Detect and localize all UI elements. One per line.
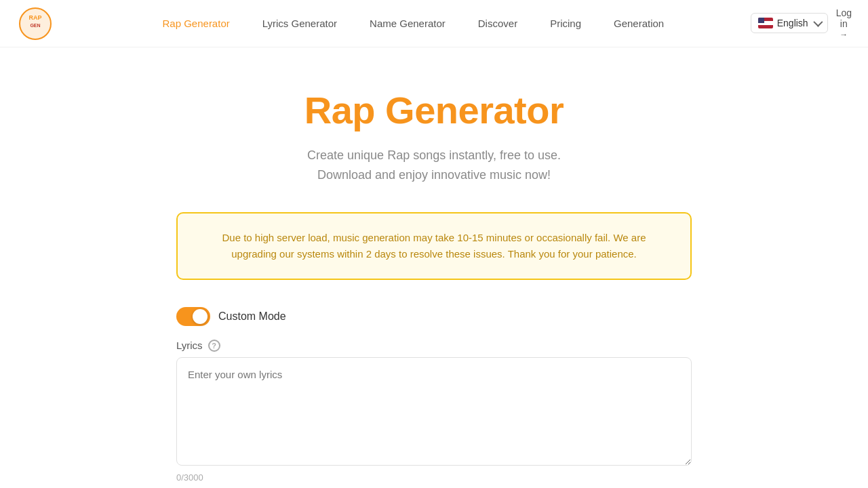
- nav-name-generator[interactable]: Name Generator: [370, 18, 446, 29]
- toggle-knob: [193, 309, 208, 324]
- nav-links: Rap Generator Lyrics Generator Name Gene…: [76, 18, 751, 29]
- lyrics-label: Lyrics: [176, 340, 203, 351]
- alert-message: Due to high server load, music generatio…: [222, 232, 646, 260]
- language-selector[interactable]: English: [751, 13, 828, 33]
- svg-text:RAP: RAP: [28, 14, 41, 21]
- login-link[interactable]: Log in →: [836, 7, 852, 40]
- svg-text:GEN: GEN: [30, 23, 40, 28]
- login-arrow: →: [840, 30, 848, 39]
- alert-box: Due to high server load, music generatio…: [176, 212, 692, 280]
- custom-mode-row: Custom Mode: [176, 307, 692, 326]
- custom-mode-toggle[interactable]: [176, 307, 210, 326]
- login-text-line2: in: [840, 18, 848, 30]
- nav-pricing[interactable]: Pricing: [550, 18, 581, 29]
- subtitle-line1: Create unique Rap songs instantly, free …: [307, 148, 561, 162]
- subtitle-line2: Download and enjoy innovative music now!: [317, 168, 551, 182]
- navbar: RAP GEN Rap Generator Lyrics Generator N…: [0, 0, 868, 47]
- custom-mode-label: Custom Mode: [218, 310, 286, 323]
- lyrics-label-row: Lyrics ?: [176, 340, 692, 352]
- char-count: 0/3000: [176, 472, 692, 483]
- lyrics-textarea[interactable]: [176, 357, 692, 466]
- subtitle: Create unique Rap songs instantly, free …: [176, 146, 692, 185]
- main-content: Rap Generator Create unique Rap songs in…: [163, 47, 705, 488]
- controls-section: Custom Mode Lyrics ? 0/3000 Instrumental…: [176, 307, 692, 488]
- chevron-down-icon: [813, 18, 823, 27]
- nav-right: English Log in →: [751, 7, 852, 40]
- login-text-line1: Log: [836, 7, 852, 19]
- language-label: English: [777, 18, 808, 28]
- nav-discover[interactable]: Discover: [478, 18, 517, 29]
- lyrics-info-icon[interactable]: ?: [208, 340, 220, 352]
- nav-generation[interactable]: Generation: [614, 18, 664, 29]
- flag-icon: [758, 18, 773, 28]
- nav-lyrics-generator[interactable]: Lyrics Generator: [262, 18, 337, 29]
- nav-rap-generator[interactable]: Rap Generator: [163, 18, 230, 29]
- logo[interactable]: RAP GEN: [16, 5, 54, 43]
- page-title: Rap Generator: [176, 88, 692, 132]
